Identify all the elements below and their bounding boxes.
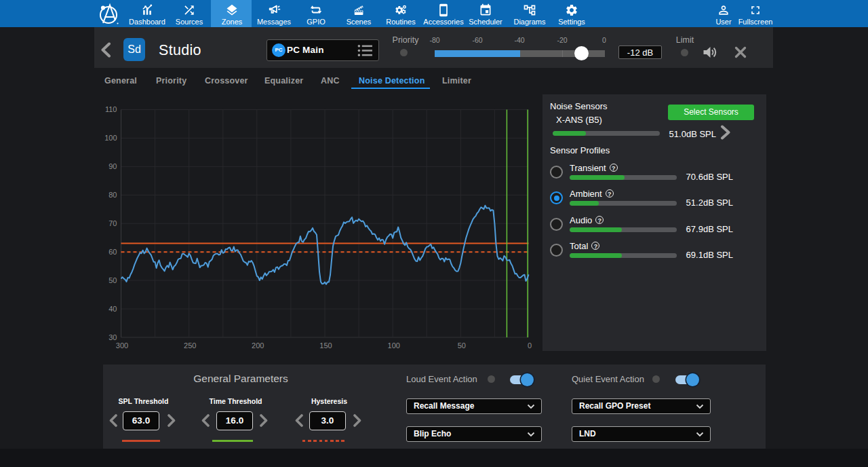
svg-text:100: 100 [388, 341, 400, 350]
svg-text:200: 200 [252, 341, 264, 350]
svg-text:0: 0 [528, 341, 532, 350]
svg-text:60: 60 [108, 248, 117, 256]
svg-text:50: 50 [458, 341, 466, 350]
svg-text:150: 150 [319, 341, 332, 350]
svg-text:300: 300 [116, 341, 128, 350]
svg-text:50: 50 [108, 276, 117, 284]
svg-text:40: 40 [108, 305, 117, 313]
svg-text:100: 100 [104, 134, 117, 142]
svg-text:30: 30 [108, 333, 117, 341]
svg-text:250: 250 [184, 341, 196, 350]
svg-text:80: 80 [108, 191, 117, 199]
svg-text:110: 110 [105, 105, 117, 113]
svg-text:70: 70 [108, 219, 117, 227]
svg-text:90: 90 [108, 162, 117, 170]
